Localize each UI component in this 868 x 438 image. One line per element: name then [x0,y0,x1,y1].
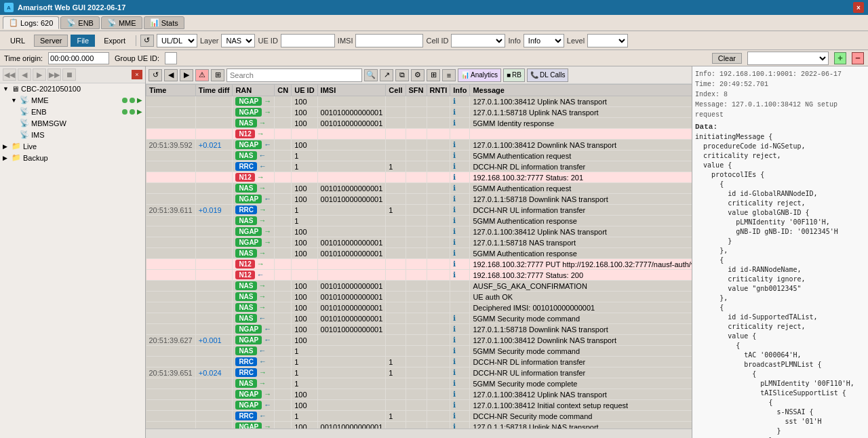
remove-button[interactable]: − [852,52,864,64]
table-row[interactable]: NGAP → 100 ℹ 127.0.1.100:38412 Uplink NA… [146,96,692,107]
group-ue-id-input[interactable] [165,52,177,64]
cell-timediff [195,389,233,400]
table-row[interactable]: NAS ← 100 001010000000001 ℹ 5GMM Securit… [146,313,692,324]
table-row[interactable]: NGAP → 100 ℹ 127.0.1.100:38412 Uplink NA… [146,226,692,237]
tree-item-ims[interactable]: 📡 IMS [8,129,145,140]
table-row[interactable]: NGAP ← 100 ℹ 127.0.1.100:38412 Initial c… [146,400,692,411]
tree-item-cbc[interactable]: ▼ 🖥 CBC-2021050100 [0,83,145,94]
table-row[interactable]: NGAP → 100 001010000000001 ℹ 127.0.1.1:5… [146,107,692,118]
tree-item-live[interactable]: ▶ 📁 Live [0,140,145,152]
rb-button[interactable]: ■ RB [503,68,525,82]
list-btn[interactable]: ≡ [442,69,456,81]
table-row[interactable]: NAS → 100 001010000000001 ℹ 5GMM Authent… [146,183,692,194]
table-row[interactable]: NGAP → 100 001010000000001 ℹ 127.0.1.1:5… [146,422,692,429]
table-row[interactable]: 20:51:39.627 +0.001 NGAP ← 100 ℹ 127.0.1… [146,335,692,346]
cell-ran: NGAP ← [233,335,275,346]
ue-id-input[interactable] [281,34,335,47]
cell-message: DCCH-NR DL information transfer [470,357,692,367]
cell-info: ℹ [450,151,470,161]
window-close-button[interactable]: × [853,2,864,13]
btn-prev-prev[interactable]: ◀◀ [3,68,16,81]
table-row[interactable]: NAS → 1 ℹ 5GMM Security mode complete [146,378,692,389]
cell-cn [275,259,292,270]
col-cn: CN [275,85,292,96]
add-button[interactable]: + [834,52,846,64]
table-row[interactable]: RRC ← 1 1 ℹ DCCH-NR DL information trans… [146,161,692,172]
clear-select[interactable] [747,52,829,65]
expand-icon: ▼ [11,97,18,104]
clear-button[interactable]: Clear [712,53,742,64]
table-row[interactable]: NGAP ← 100 001010000000001 ℹ 127.0.1.1:5… [146,324,692,335]
tab-mme[interactable]: 📡 MME [101,16,142,29]
tab-enb[interactable]: 📡 ENB [60,16,100,29]
menu-server[interactable]: Server [34,35,68,47]
table-row[interactable]: N12 ← ℹ 192.168.100.32:7777 Status: 200 [146,270,692,281]
table-row[interactable]: NAS → 100 001010000000001 AUSF_5G_AKA_CO… [146,281,692,292]
alert-btn[interactable]: ⚠ [195,69,209,81]
table-row[interactable]: RRC ← 1 1 ℹ DCCH-NR Security mode comman… [146,411,692,422]
tree-item-mme[interactable]: ▼ 📡 MME ▶ [8,94,145,106]
table-row[interactable]: N12 → ℹ 192.168.100.32:7777 Status: 201 [146,172,692,183]
cell-cn [275,313,292,324]
table-row[interactable]: 20:51:39.592 +0.021 NGAP ← 100 ℹ 127.0.1… [146,140,692,151]
table-row[interactable]: N12 → [146,129,692,140]
settings-btn[interactable]: ⚙ [411,69,425,81]
tree-item-enb[interactable]: 📡 ENB ▶ [8,106,145,117]
copy-btn[interactable]: ⧉ [395,69,409,81]
cell-time [146,270,196,281]
table-row[interactable]: NAS → 100 001010000000001 ℹ 5GMM Identit… [146,118,692,129]
layer-select[interactable]: NAS [221,34,255,47]
info-select[interactable]: Info [524,34,564,47]
cell-sfn [406,335,427,346]
cell-message: 192.168.100.32:7777 PUT http://192.168.1… [470,259,692,270]
menu-url[interactable]: URL [4,35,31,47]
time-origin-input[interactable] [48,52,109,64]
next-btn[interactable]: ▶ [180,69,193,81]
cell-id-select[interactable] [451,34,505,47]
imsi-input[interactable] [355,34,423,47]
table-row[interactable]: NGAP → 100 001010000000001 ℹ 127.0.1.1:5… [146,237,692,248]
prev-btn[interactable]: ◀ [164,69,178,81]
cell-ran: NAS ← [233,313,275,324]
tab-logs[interactable]: 📋 Logs: 620 [3,16,59,29]
panel-close-button[interactable]: × [132,70,142,79]
horizontal-scrollbar[interactable] [146,429,692,438]
table-row[interactable]: NAS → 100 001010000000001 UE auth OK [146,292,692,302]
table-row[interactable]: 20:51:39.611 +0.019 RRC → 1 1 ℹ DCCH-NR … [146,205,692,216]
refresh-btn[interactable]: ↺ [149,69,162,81]
analytics-button[interactable]: 📊 Analytics [458,68,501,82]
table-row[interactable]: NAS → 100 001010000000001 ℹ 5GMM Authent… [146,248,692,259]
export-btn[interactable]: ↗ [380,69,393,81]
cell-cn [275,129,292,140]
btn-next[interactable]: ▶ [33,68,46,81]
table-row[interactable]: NAS → 1 ℹ 5GMM Authentication response [146,216,692,226]
tree-item-mbmsgw[interactable]: 📡 MBMSGW [8,117,145,129]
search-input[interactable] [226,68,362,82]
filter-btn-refresh[interactable]: ↺ [140,35,154,47]
btn-next-next[interactable]: ▶▶ [47,68,61,81]
level-select[interactable] [587,34,628,47]
cell-timediff [195,129,233,140]
cell-imsi: 001010000000001 [317,107,386,118]
table-row[interactable]: NGAP ← 100 001010000000001 ℹ 127.0.1.1:5… [146,194,692,205]
tree-item-backup[interactable]: ▶ 📁 Backup [0,152,145,163]
btn-stop[interactable]: ⏹ [62,68,76,81]
cell-timediff [195,259,233,270]
tab-stats[interactable]: 📊 Stats [144,16,184,29]
grid-btn[interactable]: ⊞ [427,69,440,81]
menu-file[interactable]: File [71,35,95,47]
log-table[interactable]: Time Time diff RAN CN UE ID IMSI Cell SF… [146,84,692,429]
search-btn[interactable]: 🔍 [364,69,378,81]
dl-calls-button[interactable]: 📞 DL Calls [527,68,568,82]
ul-dl-select[interactable]: UL/DL [157,34,197,47]
table-row[interactable]: RRC ← 1 1 ℹ DCCH-NR DL information trans… [146,357,692,367]
menu-export[interactable]: Export [98,35,132,47]
table-row[interactable]: NGAP → 100 ℹ 127.0.1.100:38412 Uplink NA… [146,389,692,400]
table-row[interactable]: NAS ← 1 ℹ 5GMM Authentication request [146,151,692,161]
table-row[interactable]: NAS ← 1 ℹ 5GMM Security mode command [146,346,692,357]
table-row[interactable]: N12 → ℹ 192.168.100.32:7777 PUT http://1… [146,259,692,270]
btn-prev[interactable]: ◀ [18,68,31,81]
table-row[interactable]: 20:51:39.651 +0.024 RRC → 1 1 ℹ DCCH-NR … [146,367,692,378]
table-row[interactable]: NAS → 100 001010000000001 Deciphered IMS… [146,302,692,313]
filter-btn2[interactable]: ⊞ [211,69,224,81]
